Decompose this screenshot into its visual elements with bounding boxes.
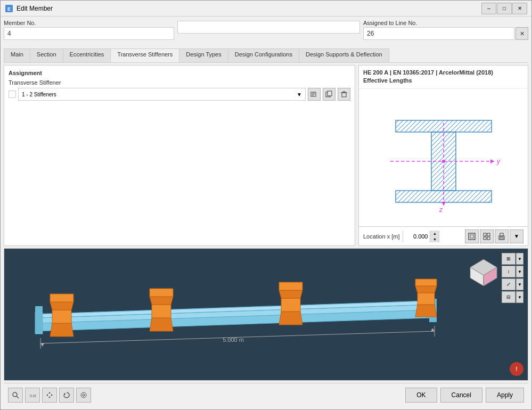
tabs-row: Main Section Eccentricities Transverse S… <box>4 48 528 63</box>
middle-field-group <box>177 20 360 46</box>
location-arrows: ▲ ▼ <box>430 231 439 242</box>
svg-point-23 <box>442 160 445 163</box>
svg-marker-42 <box>52 310 71 323</box>
location-input-wrap: ▲ ▼ <box>403 231 439 242</box>
svg-marker-19 <box>490 159 494 163</box>
3d-view-arrow-3[interactable]: ▼ <box>516 278 523 290</box>
ibeam-svg: y z <box>374 99 513 216</box>
3d-view-arrow-1[interactable]: ▼ <box>516 253 523 265</box>
svg-marker-55 <box>415 286 437 293</box>
stiffener-value: 1 - 2 Stiffeners <box>22 92 56 97</box>
stiffener-copy-icon[interactable] <box>323 88 335 101</box>
svg-point-74 <box>83 394 85 396</box>
svg-text:0.00: 0.00 <box>30 394 36 398</box>
view-dropdown-arrow[interactable]: ▼ <box>510 229 523 243</box>
section-panel: HE 200 A | EN 10365:2017 | ArcelorMittal… <box>358 65 528 246</box>
svg-marker-53 <box>415 305 437 317</box>
svg-marker-46 <box>152 305 171 318</box>
svg-text:E: E <box>7 6 11 12</box>
search-tool-btn[interactable] <box>8 388 23 403</box>
svg-marker-54 <box>418 293 435 305</box>
assigned-label: Assigned to Line No. <box>363 20 528 26</box>
ok-button[interactable]: OK <box>405 388 437 403</box>
svg-marker-45 <box>150 318 173 331</box>
view-tool-row-2: ↕ ▼ <box>502 266 523 277</box>
coordinate-icon: 0.00 <box>29 391 36 399</box>
beam-3d-svg: 5.000 m <box>4 249 515 352</box>
cube-svg <box>465 254 502 291</box>
move-tool-btn[interactable] <box>42 388 57 403</box>
bottom-toolbar: 0.00 <box>4 383 528 406</box>
svg-marker-44 <box>50 294 73 302</box>
location-up-arrow[interactable]: ▲ <box>430 231 439 236</box>
3d-view-toolbar: ⊞ ▼ ↕ ▼ ⤢ ▼ ⊟ ▼ <box>502 253 523 303</box>
close-button[interactable]: ✕ <box>512 3 527 14</box>
svg-rect-8 <box>342 93 346 97</box>
tab-main[interactable]: Main <box>4 48 30 62</box>
svg-rect-28 <box>484 237 486 240</box>
minimize-button[interactable]: – <box>481 3 496 14</box>
section-subtitle: Effective Lengths <box>363 77 523 85</box>
maximize-button[interactable]: □ <box>497 3 512 14</box>
3d-view-arrow-2[interactable]: ▼ <box>516 266 523 277</box>
svg-rect-26 <box>484 233 486 236</box>
member-no-input[interactable] <box>4 27 174 40</box>
tab-design-configurations[interactable]: Design Configurations <box>228 48 299 62</box>
location-input[interactable] <box>403 231 430 242</box>
location-down-arrow[interactable]: ▼ <box>430 236 439 242</box>
edit-member-window: E Edit Member – □ ✕ Member No. Assigned … <box>0 0 532 410</box>
tab-design-types[interactable]: Design Types <box>179 48 228 62</box>
stiffener-delete-icon[interactable] <box>338 88 350 101</box>
svg-marker-47 <box>150 297 173 305</box>
stiffener-dropdown[interactable]: 1 - 2 Stiffeners ▼ <box>18 88 306 101</box>
apply-button[interactable]: Apply <box>486 388 524 403</box>
section-name: HE 200 A | EN 10365:2017 | ArcelorMittal… <box>363 69 523 77</box>
assignment-panel: Assignment Transverse Stiffener 1 - 2 St… <box>4 65 355 246</box>
settings-tool-btn[interactable] <box>76 388 91 403</box>
member-no-label: Member No. <box>4 20 174 26</box>
3d-view-btn-3[interactable]: ⤢ <box>502 278 515 290</box>
view-frame-icon[interactable] <box>465 229 479 243</box>
svg-marker-49 <box>279 311 302 325</box>
stiffener-edit-icon[interactable] <box>308 88 321 101</box>
tab-section[interactable]: Section <box>30 48 63 62</box>
svg-marker-71 <box>48 392 51 398</box>
view-print-icon[interactable] <box>495 229 509 243</box>
assigned-input[interactable] <box>363 27 514 40</box>
move-icon <box>46 391 53 399</box>
svg-text:z: z <box>439 206 443 214</box>
svg-marker-73 <box>64 393 66 395</box>
feedback-icon[interactable]: ! <box>510 362 523 376</box>
svg-marker-39 <box>35 306 43 333</box>
3d-view-btn-4[interactable]: ⊟ <box>502 291 515 303</box>
3d-view-btn-1[interactable]: ⊞ <box>502 253 515 265</box>
assigned-group: Assigned to Line No. ✕ <box>363 20 528 46</box>
tab-transverse-stiffeners[interactable]: Transverse Stiffeners <box>110 48 179 62</box>
cancel-button[interactable]: Cancel <box>440 388 482 403</box>
cube-widget[interactable] <box>465 254 502 291</box>
coordinate-tool-btn[interactable]: 0.00 <box>25 388 40 403</box>
tab-eccentricities[interactable]: Eccentricities <box>63 48 111 62</box>
member-no-group: Member No. <box>4 20 174 46</box>
window-controls: – □ ✕ <box>481 3 527 14</box>
svg-marker-56 <box>415 279 437 286</box>
view-controls: ▼ <box>465 229 523 243</box>
svg-marker-48 <box>150 289 173 297</box>
3d-view-arrow-4[interactable]: ▼ <box>516 291 523 303</box>
assigned-clear-button[interactable]: ✕ <box>515 27 528 40</box>
svg-point-68 <box>13 392 17 397</box>
view-grid-icon[interactable] <box>480 229 494 243</box>
content-area: Member No. Assigned to Line No. ✕ Main <box>1 17 531 409</box>
stiffener-checkbox[interactable] <box>9 91 16 98</box>
rotate-tool-btn[interactable] <box>59 388 74 403</box>
3d-view-panel: 5.000 m ⊞ ▼ ↕ <box>4 248 528 381</box>
feedback-svg: ! <box>513 365 520 373</box>
svg-marker-72 <box>46 394 53 396</box>
middle-input[interactable] <box>177 21 360 34</box>
3d-view-btn-2[interactable]: ↕ <box>502 266 515 277</box>
svg-marker-41 <box>50 323 73 337</box>
search-icon <box>12 391 19 399</box>
svg-text:y: y <box>496 158 501 165</box>
svg-marker-52 <box>279 282 302 290</box>
tab-design-supports[interactable]: Design Supports & Deflection <box>299 48 389 62</box>
